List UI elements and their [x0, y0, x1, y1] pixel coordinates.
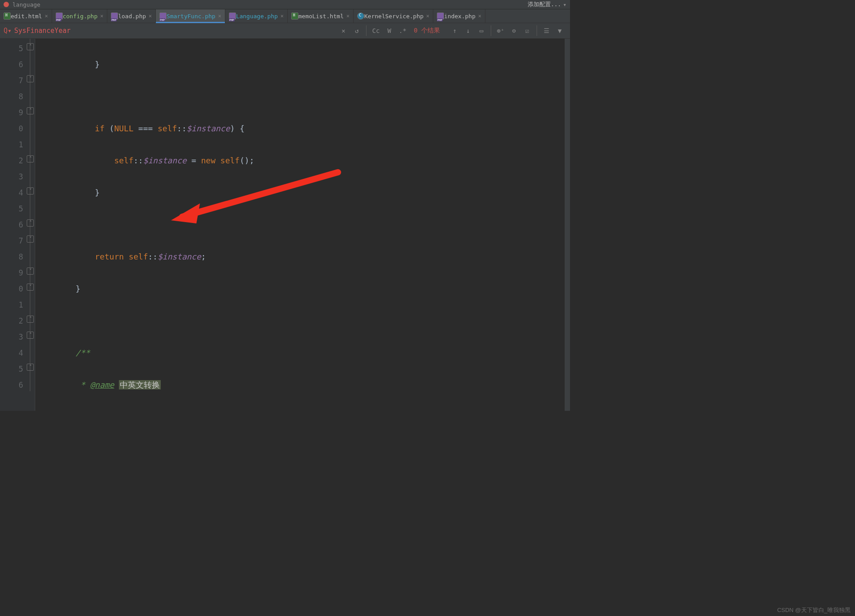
add-selection-button[interactable]: ⊕⁺	[491, 25, 507, 36]
fold-open-icon[interactable]: ˅	[27, 267, 34, 275]
code-line: }	[35, 57, 570, 73]
code-line: */	[35, 409, 570, 411]
method-icon	[4, 2, 9, 7]
match-case-toggle[interactable]: Cc	[366, 25, 383, 36]
close-icon[interactable]: ×	[218, 13, 221, 19]
fold-open-icon[interactable]: ˅	[27, 235, 34, 243]
tab-label: memoList.html	[298, 13, 344, 20]
close-icon[interactable]: ×	[45, 13, 48, 19]
php-file-icon	[56, 12, 63, 20]
code-area[interactable]: } if (NULL === self::$instance) { self::…	[35, 39, 570, 411]
code-line: if (NULL === self::$instance) {	[35, 121, 570, 137]
line-gutter: 5 6 7 8 9 0 1 2 3 4 5 6 7 8 9 0 1 2 3 4 …	[0, 39, 26, 411]
close-icon[interactable]: ×	[281, 13, 284, 19]
doc-annotation: 中英文转换	[119, 380, 161, 389]
tab-label: SmartyFunc.php	[167, 13, 216, 20]
regex-toggle[interactable]: .*	[396, 25, 409, 36]
prev-match-button[interactable]: ↑	[448, 25, 461, 36]
tab-edit-html[interactable]: edit.html×	[0, 9, 52, 23]
tab-label: load.php	[118, 13, 146, 20]
breadcrumb-bar: language 添加配置... ▾	[0, 0, 570, 9]
search-results-count: 0 个结果	[414, 27, 440, 35]
fold-gutter[interactable]: ˄ ˅ ˄ ˄ ˅ ˄ ˅ ˅ ˅ ˄ ˄ ˄	[26, 39, 35, 411]
code-line: }	[35, 281, 570, 297]
scrollbar[interactable]	[565, 39, 570, 411]
code-line: self::$instance = new self();	[35, 153, 570, 169]
html-file-icon	[4, 12, 11, 20]
tab-index-php[interactable]: index.php×	[433, 9, 485, 23]
code-line: * @name 中英文转换	[35, 377, 570, 393]
close-icon[interactable]: ×	[149, 13, 152, 19]
search-icon[interactable]: Q▾	[4, 27, 12, 35]
php-file-icon	[159, 12, 167, 20]
tab-config-php[interactable]: config.php×	[52, 9, 108, 23]
php-file-icon	[111, 12, 118, 20]
editor-tabs: edit.html× config.php× load.php× SmartyF…	[0, 9, 570, 23]
search-input[interactable]	[13, 26, 211, 35]
php-file-icon	[437, 12, 444, 20]
fold-close-icon[interactable]: ˄	[27, 43, 34, 50]
close-icon[interactable]: ×	[426, 13, 429, 19]
tab-label: config.php	[63, 13, 98, 20]
tab-label: edit.html	[11, 13, 42, 20]
close-icon[interactable]: ×	[100, 13, 103, 19]
fold-close-icon[interactable]: ˄	[27, 316, 34, 323]
select-all-button[interactable]: ▭	[475, 25, 488, 36]
remove-selection-button[interactable]: ⊖	[507, 25, 521, 36]
fold-open-icon[interactable]: ˅	[27, 75, 34, 82]
fold-close-icon[interactable]: ˄	[27, 107, 34, 114]
settings-icon[interactable]: ☰	[537, 25, 553, 36]
next-match-button[interactable]: ↓	[461, 25, 475, 36]
fold-close-icon[interactable]: ˄	[27, 332, 34, 339]
tab-kernelservice-php[interactable]: KernelService.php×	[354, 9, 433, 23]
tab-label: Language.php	[236, 13, 278, 20]
tab-label: KernelService.php	[364, 13, 423, 20]
tab-language-php[interactable]: Language.php×	[225, 9, 288, 23]
select-occurrences-button[interactable]: ☑	[521, 25, 534, 36]
code-editor[interactable]: 5 6 7 8 9 0 1 2 3 4 5 6 7 8 9 0 1 2 3 4 …	[0, 39, 570, 411]
close-icon[interactable]: ×	[478, 13, 481, 19]
filter-icon[interactable]: ▼	[553, 25, 566, 36]
php-file-icon	[229, 12, 236, 20]
close-icon[interactable]: ×	[346, 13, 350, 19]
tab-load-php[interactable]: load.php×	[107, 9, 156, 23]
class-file-icon	[357, 12, 364, 20]
tab-smartyfunc-php[interactable]: SmartyFunc.php×	[156, 9, 225, 23]
fold-close-icon[interactable]: ˄	[27, 155, 34, 162]
tab-label: index.php	[444, 13, 475, 20]
code-line	[35, 313, 570, 329]
history-button[interactable]: ↺	[350, 25, 363, 36]
code-line: return self::$instance;	[35, 249, 570, 265]
code-line: /**	[35, 345, 570, 361]
fold-open-icon[interactable]: ˅	[27, 284, 34, 291]
fold-close-icon[interactable]: ˄	[27, 219, 34, 227]
code-line	[35, 217, 570, 233]
code-line	[35, 89, 570, 105]
breadcrumb-method[interactable]: language	[12, 1, 41, 8]
code-line: }	[35, 185, 570, 201]
add-config-button[interactable]: 添加配置...	[528, 0, 561, 8]
whole-word-toggle[interactable]: W	[383, 25, 396, 36]
fold-close-icon[interactable]: ˄	[27, 364, 34, 371]
tab-memolist-html[interactable]: memoList.html×	[288, 9, 354, 23]
fold-open-icon[interactable]: ˅	[27, 187, 34, 195]
html-file-icon	[291, 12, 298, 20]
close-search-button[interactable]: ✕	[337, 25, 350, 36]
chevron-down-icon[interactable]: ▾	[563, 1, 566, 8]
find-bar: Q▾ ✕ ↺ Cc W .* 0 个结果 ↑ ↓ ▭ ⊕⁺ ⊖ ☑ ☰ ▼	[0, 23, 570, 39]
